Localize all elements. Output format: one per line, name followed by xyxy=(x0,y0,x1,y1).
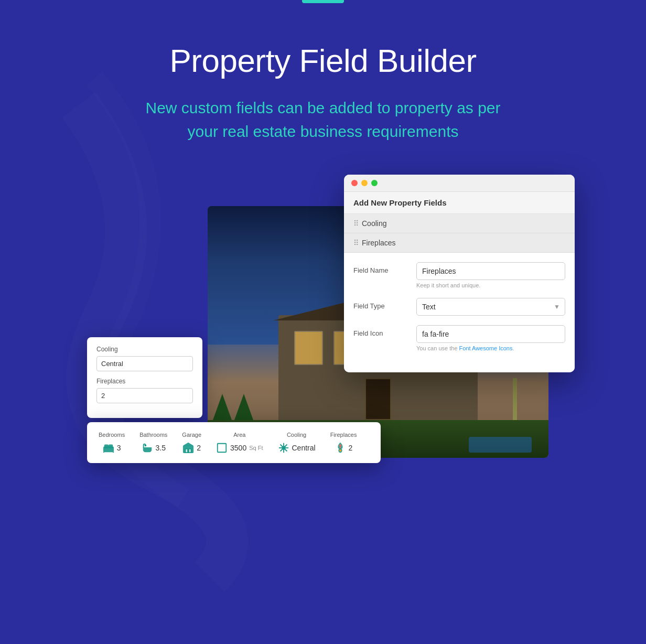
field-icon-hint: You can use the Font Awesome Icons. xyxy=(416,345,565,351)
detail-garage-label: Garage xyxy=(182,432,201,438)
mini-fireplaces-input[interactable] xyxy=(96,388,193,403)
svg-rect-2 xyxy=(109,445,112,448)
maximize-dot[interactable] xyxy=(371,180,378,186)
cooling-icon xyxy=(278,442,289,454)
detail-cooling-value: Central xyxy=(292,444,316,452)
detail-bedrooms-label: Bedrooms xyxy=(99,432,125,438)
modal-section-fireplaces[interactable]: ⠿ Fireplaces xyxy=(344,233,575,253)
page-title: Property Field Builder xyxy=(169,42,476,79)
close-dot[interactable] xyxy=(351,180,358,186)
mini-cooling-section: Cooling xyxy=(96,346,193,371)
detail-bathrooms: Bathrooms 3.5 xyxy=(139,432,167,454)
add-fields-modal: Add New Property Fields ⠿ Cooling ⠿ Fire… xyxy=(344,175,575,372)
property-mini-card: Cooling Fireplaces xyxy=(87,337,202,418)
field-type-label: Field Type xyxy=(353,298,406,310)
mini-cooling-input[interactable] xyxy=(96,356,193,371)
detail-bedrooms: Bedrooms 3 xyxy=(99,432,125,454)
modal-titlebar xyxy=(344,175,575,192)
detail-bathrooms-label: Bathrooms xyxy=(139,432,167,438)
svg-rect-8 xyxy=(189,449,191,453)
field-name-hint: Keep it short and unique. xyxy=(416,282,565,288)
cards-area: Add New Property Fields ⠿ Cooling ⠿ Fire… xyxy=(87,175,559,468)
section-fireplaces-label: Fireplaces xyxy=(362,239,396,247)
detail-fireplaces: Fireplaces 2 xyxy=(330,432,357,454)
modal-section-cooling[interactable]: ⠿ Cooling xyxy=(344,214,575,233)
garage-icon xyxy=(182,442,194,454)
field-icon-field: You can use the Font Awesome Icons. xyxy=(416,325,565,351)
fire-icon xyxy=(335,442,346,454)
field-type-field: Text Number Date ▼ xyxy=(416,298,565,316)
detail-fireplaces-label: Fireplaces xyxy=(330,432,357,438)
svg-rect-7 xyxy=(186,449,188,453)
field-icon-label: Field Icon xyxy=(353,325,406,337)
field-name-input[interactable] xyxy=(416,262,565,280)
drag-icon-cooling: ⠿ xyxy=(353,219,358,228)
section-cooling-label: Cooling xyxy=(362,219,386,228)
bed-icon xyxy=(103,442,114,454)
mini-fireplaces-label: Fireplaces xyxy=(96,378,193,385)
detail-fireplaces-value: 2 xyxy=(349,444,353,452)
bath-icon xyxy=(142,442,153,454)
field-icon-input[interactable] xyxy=(416,325,565,343)
details-row: Bedrooms 3 Bathrooms xyxy=(99,432,369,454)
svg-rect-9 xyxy=(218,444,227,453)
detail-garage: Garage 2 xyxy=(182,432,201,454)
field-type-row: Field Type Text Number Date ▼ xyxy=(353,298,565,316)
page-subtitle: New custom fields can be added to proper… xyxy=(139,96,507,143)
modal-title: Add New Property Fields xyxy=(344,192,575,214)
field-type-select[interactable]: Text Number Date xyxy=(416,298,565,316)
area-icon xyxy=(216,442,228,454)
property-details-bar: Bedrooms 3 Bathrooms xyxy=(87,422,381,463)
drag-icon-fireplaces: ⠿ xyxy=(353,239,358,247)
detail-garage-value: 2 xyxy=(197,444,201,452)
detail-area-label: Area xyxy=(233,432,245,438)
svg-point-14 xyxy=(282,446,285,449)
detail-cooling: Cooling Central xyxy=(278,432,316,454)
field-icon-row: Field Icon You can use the Font Awesome … xyxy=(353,325,565,351)
modal-form-body: Field Name Keep it short and unique. Fie… xyxy=(344,253,575,372)
svg-point-5 xyxy=(145,445,146,446)
field-name-field: Keep it short and unique. xyxy=(416,262,565,288)
mini-cooling-label: Cooling xyxy=(96,346,193,353)
field-name-row: Field Name Keep it short and unique. xyxy=(353,262,565,288)
detail-bathrooms-value: 3.5 xyxy=(156,444,166,452)
detail-cooling-label: Cooling xyxy=(287,432,306,438)
detail-bedrooms-value: 3 xyxy=(117,444,121,452)
detail-area-value: 3500 xyxy=(230,444,246,452)
detail-area: Area 3500 Sq Ft xyxy=(216,432,263,454)
minimize-dot[interactable] xyxy=(361,180,368,186)
font-awesome-link[interactable]: Font Awesome Icons xyxy=(459,345,513,351)
mini-fireplaces-section: Fireplaces xyxy=(96,378,193,403)
svg-rect-1 xyxy=(104,445,107,448)
detail-area-unit: Sq Ft xyxy=(249,445,263,451)
field-name-label: Field Name xyxy=(353,262,406,274)
